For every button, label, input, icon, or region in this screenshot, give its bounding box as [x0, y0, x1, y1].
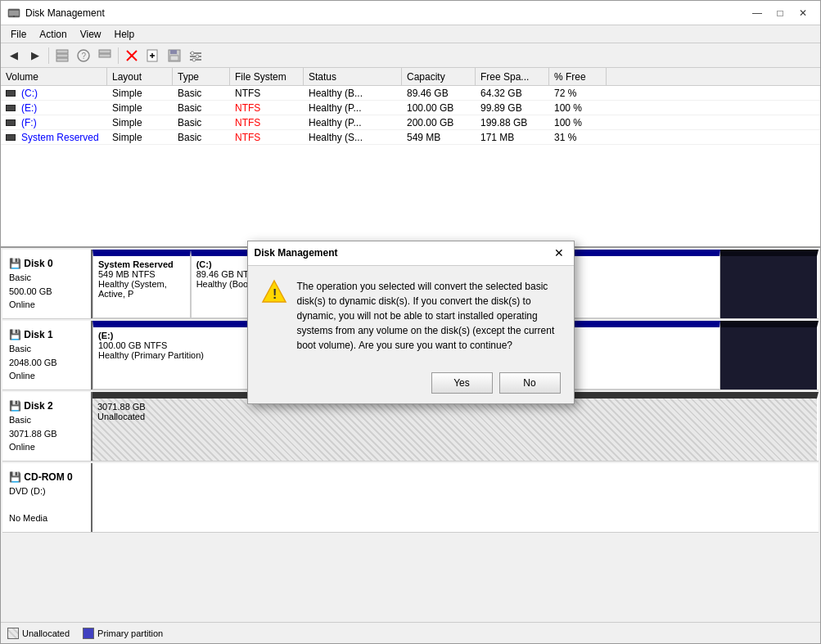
dialog-footer: Yes No: [248, 366, 574, 403]
dialog-message: The operation you selected will convert …: [297, 279, 561, 353]
dialog-body: ! The operation you selected will conver…: [248, 266, 574, 366]
dialog-title: Disk Management: [255, 247, 551, 259]
warning-icon: !: [261, 279, 287, 305]
dialog-title-bar: Disk Management ✕: [248, 241, 574, 266]
disk-management-dialog: Disk Management ✕ ! The operation you se…: [247, 241, 575, 404]
dialog-close-button[interactable]: ✕: [551, 245, 567, 261]
dialog-yes-button[interactable]: Yes: [431, 372, 493, 394]
dialog-no-button[interactable]: No: [499, 372, 561, 394]
dialog-overlay: Disk Management ✕ ! The operation you se…: [0, 0, 821, 644]
svg-text:!: !: [273, 287, 277, 301]
